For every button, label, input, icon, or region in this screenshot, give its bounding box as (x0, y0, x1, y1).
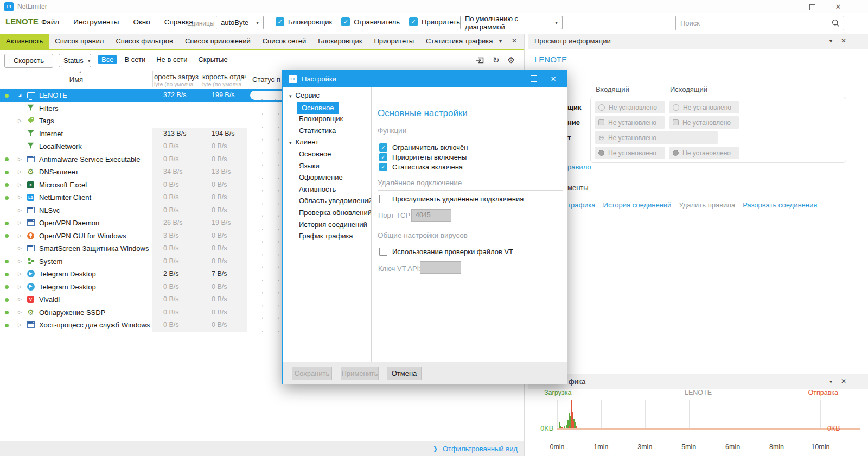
info-action-link[interactable]: История соединений (603, 201, 672, 209)
expander-icon[interactable]: ▷ (18, 255, 22, 268)
tab-статистика-трафика[interactable]: Статистика трафика (420, 34, 499, 49)
column-header-upload[interactable]: корость отдач (202, 73, 246, 81)
search-input[interactable] (676, 19, 832, 27)
feature-toggle[interactable]: ✓Ограничитель (341, 17, 400, 26)
checkbox-checked-icon[interactable]: ✓ (341, 17, 350, 26)
undock-icon[interactable] (475, 56, 484, 64)
checkbox-checked-icon[interactable]: ✓ (276, 17, 284, 26)
chart-panel-close-icon[interactable]: ✕ (841, 377, 846, 385)
settings-tree-item-история-соединений[interactable]: История соединений (299, 219, 367, 230)
vt-check-checkbox-row[interactable]: Использование проверки файлов VT (379, 248, 513, 256)
settings-tree-item-график-трафика[interactable]: График трафика (299, 231, 353, 242)
dialog-maximize-button[interactable] (525, 70, 543, 87)
expander-icon[interactable]: ▷ (18, 268, 22, 281)
settings-tree-item-языки[interactable]: Языки (299, 161, 320, 172)
settings-tree-item-клиент[interactable]: ▾Клиент (289, 137, 318, 148)
unset-value-pill[interactable]: Не установлено (595, 101, 665, 113)
expander-icon[interactable]: ▷ (18, 153, 22, 166)
profile-name[interactable]: LENOTE (5, 17, 39, 26)
remote-listen-checkbox-row[interactable]: Прослушивать удалённые подключения (379, 195, 524, 203)
tabstrip-caret-down-icon[interactable]: ▾ (499, 38, 502, 44)
column-header-name[interactable]: Имя (0, 75, 152, 84)
minimize-button[interactable] (777, 0, 795, 13)
view-filter-не-в-сети[interactable]: Не в сети (153, 55, 190, 64)
info-panel-close-icon[interactable]: ✕ (841, 37, 846, 45)
unset-value-pill[interactable]: Не установлено (595, 147, 665, 159)
expander-icon[interactable]: ▷ (18, 204, 22, 217)
settings-tree-item-блокировщик[interactable]: Блокировщик (299, 113, 343, 124)
expander-icon[interactable]: ▷ (18, 166, 22, 179)
checkbox-checked-icon[interactable]: ✓ (379, 163, 387, 171)
view-filter-скрытые[interactable]: Скрытые (195, 55, 231, 64)
expander-icon[interactable]: ◢ (18, 89, 21, 102)
chart-panel-caret-down-icon[interactable]: ▾ (829, 378, 832, 384)
view-filter-в-сети[interactable]: В сети (121, 55, 149, 64)
tab-список-приложений[interactable]: Список приложений (179, 34, 257, 49)
tab-приоритеты[interactable]: Приоритеты (368, 34, 420, 49)
info-panel-caret-down-icon[interactable]: ▾ (829, 38, 832, 44)
unset-value-pill[interactable]: ⊖Не установлено (595, 131, 718, 144)
info-action-link[interactable]: Разорвать соединения (743, 201, 817, 209)
settings-tree-item-активность[interactable]: Активность (299, 184, 336, 195)
settings-tree-item-оформление[interactable]: Оформление (299, 172, 343, 183)
expander-icon[interactable]: ▷ (18, 191, 22, 204)
settings-tree-item-основное[interactable]: Основное (299, 149, 331, 160)
filtered-view-link[interactable]: Отфильтрованный вид (443, 445, 518, 453)
settings-tree-item-основное[interactable]: Основное (297, 102, 339, 114)
search-box[interactable] (675, 16, 844, 30)
feature-toggle[interactable]: ✓Блокировщик (276, 17, 332, 26)
checkbox-unchecked-icon[interactable] (379, 195, 387, 203)
tabstrip-close-icon[interactable]: ✕ (512, 37, 517, 45)
status-dropdown[interactable]: Status ▾ (59, 54, 91, 67)
units-select[interactable]: autoByte ▾ (216, 16, 264, 29)
expander-icon[interactable]: ▷ (18, 293, 22, 306)
tab-активность[interactable]: Активность (0, 34, 49, 49)
отмена-button[interactable]: Отмена (387, 367, 422, 380)
unset-value-pill[interactable]: Не установлено (669, 147, 739, 159)
unset-value-pill[interactable]: Не установлено (595, 116, 665, 129)
tab-блокировщик[interactable]: Блокировщик (312, 34, 368, 49)
layout-select[interactable]: По умолчанию с диаграммой ▾ (460, 16, 563, 29)
dialog-minimize-button[interactable] (505, 70, 524, 87)
settings-tree-item-статистика[interactable]: Статистика (299, 125, 336, 136)
function-checkbox-row[interactable]: ✓Ограничитель включён (379, 143, 468, 152)
close-button[interactable]: ✕ (829, 0, 847, 13)
view-filter-все[interactable]: Все (98, 55, 117, 64)
speed-button[interactable]: Скорость (4, 54, 53, 68)
settings-tree-item-область-уведомлений[interactable]: Область уведомлений (299, 195, 372, 206)
checkbox-unchecked-icon[interactable] (379, 248, 387, 256)
info-action-link[interactable]: трафика (567, 201, 596, 209)
checkbox-checked-icon[interactable]: ✓ (409, 17, 418, 26)
expander-icon[interactable]: ▷ (18, 179, 22, 192)
refresh-icon[interactable]: ↻ (493, 55, 500, 65)
function-checkbox-row[interactable]: ✓Приоритеты включены (379, 153, 467, 161)
feature-toggle[interactable]: ✓Приоритеты (409, 17, 461, 26)
settings-gear-icon[interactable]: ⚙ (508, 55, 515, 65)
expander-icon[interactable]: ▷ (18, 115, 22, 128)
unset-value-pill[interactable]: Не установлено (669, 101, 739, 113)
expander-icon[interactable]: ▷ (18, 230, 22, 243)
column-header-status[interactable]: Статус п (252, 75, 280, 84)
settings-tree-item-сервис[interactable]: ▾Сервис (289, 90, 320, 101)
expander-icon[interactable]: ▷ (18, 281, 22, 294)
expander-icon[interactable]: ▷ (18, 306, 22, 319)
expander-icon[interactable]: ▷ (18, 217, 22, 230)
restore-button[interactable] (803, 0, 821, 13)
function-checkbox-row[interactable]: ✓Статистика включена (379, 163, 463, 171)
unset-value-pill[interactable]: Не установлено (669, 116, 739, 129)
column-header-download[interactable]: орость загруз (154, 73, 200, 81)
tab-список-фильтров[interactable]: Список фильтров (110, 34, 179, 49)
expander-icon[interactable]: ▷ (18, 242, 22, 255)
expander-icon[interactable]: ▷ (18, 319, 22, 332)
checkbox-checked-icon[interactable]: ✓ (379, 153, 387, 161)
menu-item[interactable]: Файл (41, 18, 59, 26)
menu-item[interactable]: Окно (133, 18, 150, 26)
menu-item[interactable]: Инструменты (73, 18, 119, 26)
add-rule-link[interactable]: равило (567, 163, 591, 171)
tab-список-сетей[interactable]: Список сетей (257, 34, 312, 49)
dialog-titlebar[interactable]: L1 Настройки ✕ (283, 70, 567, 87)
tab-список-правил[interactable]: Список правил (49, 34, 110, 49)
dialog-close-button[interactable]: ✕ (544, 70, 563, 87)
settings-tree-item-проверка-обновлений[interactable]: Проверка обновлений (299, 207, 372, 218)
checkbox-checked-icon[interactable]: ✓ (379, 143, 387, 152)
